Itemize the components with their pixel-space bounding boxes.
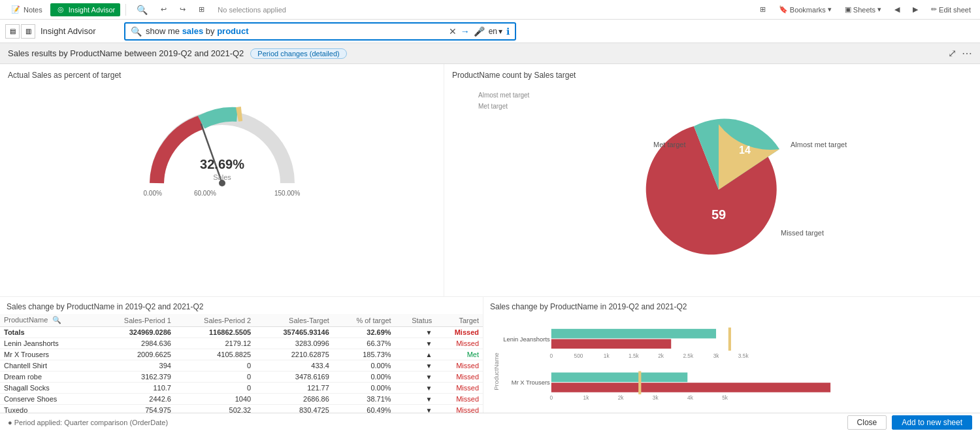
svg-text:2k: 2k [658,353,664,359]
keyword-product: product [217,26,248,36]
svg-text:0: 0 [549,353,553,359]
table-row[interactable]: Tuxedo 754.975 502.32 830.4725 60.49% ▼ … [0,405,483,413]
svg-text:Missed target: Missed target [781,229,824,237]
svg-text:1.5k: 1.5k [629,353,640,359]
col-pct: % of target [333,314,395,327]
row-status-icon: ▼ [395,371,436,383]
close-button[interactable]: Close [847,415,887,430]
row-target: 2210.62875 [255,349,333,360]
total-target-status: Missed [436,327,483,338]
result-header-actions: ⤢ ⋯ [948,47,972,60]
bookmarks-button[interactable]: 🔖 Bookmarks ▾ [775,4,836,15]
table-row[interactable]: Lenin Jeanshorts 2984.636 2179.12 3283.0… [0,338,483,349]
svg-text:1k: 1k [604,353,610,359]
table-row[interactable]: Chantell Shirt 394 0 433.4 0.00% ▼ Misse… [0,360,483,371]
language-selector[interactable]: en ▾ [489,27,502,36]
sheets-button[interactable]: ▣ Sheets ▾ [841,4,885,15]
row-p1: 394 [95,360,175,371]
row-pct: 66.37% [333,338,395,349]
next-sheet-button[interactable]: ▶ [909,4,922,15]
table-row[interactable]: Conserve Shoes 2442.6 1040 2686.86 38.71… [0,394,483,405]
charts-row: Actual Sales as percent of target 32.69% [0,64,980,296]
svg-text:Mr X Trousers: Mr X Trousers [512,379,550,386]
total-target: 357465.93146 [255,327,333,338]
result-title: Sales results by ProductName between 201… [8,48,244,58]
snapshot-button[interactable]: ⊞ [193,4,210,15]
row-target: 2686.86 [255,394,333,405]
gauge-max-label: 150.00% [274,190,300,197]
svg-text:ProductName: ProductName [493,353,500,390]
redo-button[interactable]: ↪ [174,4,191,15]
prev-sheet-button[interactable]: ◀ [890,4,904,15]
pie-svg: 59 14 Almost met target Met target Misse… [588,105,836,268]
svg-text:4k: 4k [687,394,694,401]
row-name: Mr X Trousers [0,349,95,360]
svg-text:2.5k: 2.5k [683,353,694,359]
search-info-button[interactable]: ℹ [506,26,510,37]
col-target-status: Target [436,314,483,327]
insight-advisor-nav-button[interactable]: ◎ Insight Advisor [50,3,121,16]
smartsearch-icon-button[interactable]: 🔍 [131,3,153,16]
svg-text:Almost met target: Almost met target [791,141,847,148]
bottom-row: Sales change by ProductName in 2019-Q2 a… [0,296,980,413]
panel-left-button[interactable]: ▤ [5,24,20,39]
row-target-status: Missed [436,360,483,371]
search-clear-button[interactable]: ✕ [449,26,457,37]
row-p1: 110.7 [95,383,175,394]
row-target: 121.77 [255,383,333,394]
footer-actions: Close Add to new sheet [847,415,972,430]
table-row[interactable]: Dream robe 3162.379 0 3478.6169 0.00% ▼ … [0,371,483,383]
more-options-button[interactable]: ⋯ [962,47,972,60]
bar-chart-panel: Sales change by ProductName in 2019-Q2 a… [483,297,980,413]
edit-sheet-button[interactable]: ✏ Edit sheet [927,4,975,15]
search-submit-button[interactable]: → [461,26,470,37]
row-name: Lenin Jeanshorts [0,338,95,349]
row-p1: 3162.379 [95,371,175,383]
svg-text:500: 500 [574,353,583,359]
expand-button[interactable]: ⤢ [948,47,956,60]
search-bar: 🔍 show me sales by product ✕ → 🎤 en ▾ ℹ [124,22,516,41]
no-selections-label: No selections applied [218,6,286,14]
gauge-title: Actual Sales as percent of target [8,71,436,80]
result-badge[interactable]: Period changes (detailed) [250,48,346,59]
row-target-status: Missed [436,338,483,349]
row-target-status: Missed [436,371,483,383]
row-status-icon: ▼ [395,338,436,349]
row-status-icon: ▲ [395,349,436,360]
search-col-icon[interactable]: 🔍 [52,316,61,324]
panel-right-button[interactable]: ▥ [21,24,35,39]
row-target-status: Missed [436,383,483,394]
row-target: 830.4725 [255,405,333,413]
row-p1: 2442.6 [95,394,175,405]
row-target: 3283.0996 [255,338,333,349]
footer: ● Period applied: Quarter comparison (Or… [0,413,980,431]
svg-text:3.5k: 3.5k [738,353,749,359]
table-row[interactable]: Shagall Socks 110.7 0 121.77 0.00% ▼ Mis… [0,383,483,394]
svg-text:1k: 1k [583,394,590,401]
table-row[interactable]: Mr X Trousers 2009.6625 4105.8825 2210.6… [0,349,483,360]
undo-button[interactable]: ↩ [155,4,172,15]
table-row-total[interactable]: Totals 324969.0286 116862.5505 357465.93… [0,327,483,338]
col-status: Status [395,314,436,327]
bar-chart-svg: Lenin Jeanshorts 0 500 1k 1.5k 2k 2.5k 3… [490,315,973,413]
row-p2: 0 [175,371,255,383]
row-pct: 38.71% [333,394,395,405]
row-p2: 0 [175,383,255,394]
main-area: Sales results by ProductName between 201… [0,43,980,413]
notes-button[interactable]: 📝 Notes [5,3,48,16]
table-panel: Sales change by ProductName in 2019-Q2 a… [0,297,483,413]
row-target: 433.4 [255,360,333,371]
svg-text:14: 14 [739,145,751,156]
add-to-sheet-button[interactable]: Add to new sheet [892,415,972,430]
total-status-icon: ▼ [395,327,436,338]
row-name: Dream robe [0,371,95,383]
total-p2: 116862.5505 [175,327,255,338]
row-target-status: Met [436,349,483,360]
search-voice-button[interactable]: 🎤 [474,26,485,37]
second-toolbar: ▤ ▥ Insight Advisor 🔍 show me sales by p… [0,20,980,43]
row-name: Tuxedo [0,405,95,413]
row-status-icon: ▼ [395,405,436,413]
grid-icon-button[interactable]: ⊞ [756,4,770,15]
notes-icon: 📝 [10,5,21,15]
col-period1: Sales-Period 1 [95,314,175,327]
